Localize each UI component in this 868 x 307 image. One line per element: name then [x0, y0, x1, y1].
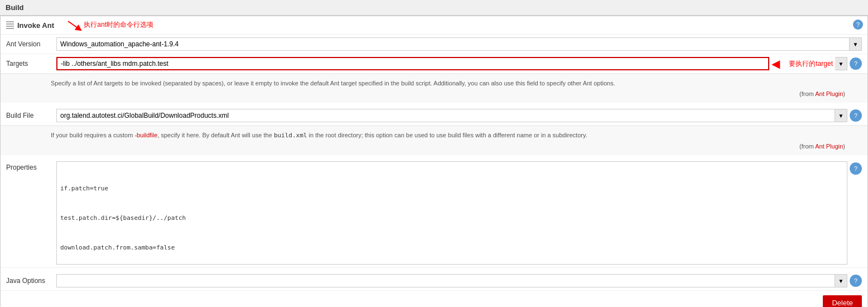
prop-line-1: if.patch=true [60, 184, 843, 194]
page-container: Build Invoke Ant 执行ant时的命令行选项 ? [0, 0, 868, 307]
targets-row: Targets ◀ 要执行的target ▼ ? [1, 54, 867, 74]
properties-row: Properties if.patch=true test.patch.dir=… [1, 159, 867, 268]
bottom-buttons: Delete [1, 291, 867, 307]
prop-line-3: download.patch.from.samba=false [60, 243, 843, 253]
java-options-input[interactable] [56, 274, 835, 287]
targets-arrow-icon: ◀ [771, 57, 780, 70]
build-file-input[interactable] [56, 109, 835, 122]
ant-version-dropdown[interactable]: ▼ [850, 37, 862, 51]
card-help-icon[interactable]: ? [853, 20, 863, 30]
targets-label: Targets [6, 60, 56, 68]
build-file-info-text1: If your build requires a custom [51, 132, 134, 138]
properties-field: if.patch=true test.patch.dir=${basedir}/… [56, 161, 847, 265]
targets-from-text: (from [799, 90, 815, 97]
ant-version-row: Ant Version ▼ [1, 35, 867, 54]
targets-ant-plugin-link[interactable]: Ant Plugin [815, 90, 843, 97]
targets-annotation-text: 要执行的target [789, 59, 833, 69]
targets-info-footer: (from Ant Plugin) [51, 88, 862, 99]
card-title: Invoke Ant [17, 21, 54, 30]
java-options-dropdown[interactable]: ▼ [835, 274, 847, 287]
ant-version-label: Ant Version [6, 40, 56, 48]
annotation-title: 执行ant时的命令行选项 [65, 20, 153, 31]
properties-help-btn[interactable]: ? [850, 162, 862, 175]
java-options-label: Java Options [6, 277, 56, 285]
arrow-icon [65, 20, 82, 31]
build-title: Build [6, 3, 24, 12]
ant-version-input[interactable] [56, 37, 850, 51]
build-file-label: Build File [6, 112, 56, 119]
java-options-row: Java Options ▼ ? [1, 271, 867, 291]
buildfile-link[interactable]: -buildfile [134, 132, 157, 138]
targets-field: ◀ 要执行的target ▼ ? [56, 57, 862, 70]
build-file-info-box: If your build requires a custom -buildfi… [1, 126, 867, 155]
targets-info-text: Specify a list of Ant targets to be invo… [51, 80, 615, 87]
build-file-from-text: (from [799, 143, 815, 150]
targets-input[interactable] [56, 57, 769, 70]
prop-line-2: test.patch.dir=${basedir}/../patch [60, 213, 843, 223]
build-file-field: ▼ ? [56, 109, 862, 122]
build-file-row: Build File ▼ ? [1, 106, 867, 126]
build-file-info-footer: (from Ant Plugin) [51, 141, 862, 151]
svg-line-0 [68, 21, 79, 29]
targets-help-btn[interactable]: ? [850, 57, 862, 70]
targets-from-suffix: ) [843, 90, 845, 97]
build-file-ant-plugin-link[interactable]: Ant Plugin [815, 143, 843, 150]
build-file-dropdown[interactable]: ▼ [835, 109, 847, 122]
targets-dropdown[interactable]: ▼ [835, 57, 847, 70]
build-file-from-suffix: ) [843, 143, 845, 150]
drag-handle[interactable] [6, 21, 14, 29]
build-file-help-btn[interactable]: ? [850, 109, 862, 122]
build-file-info-text2: , specify it here. By default Ant will u… [157, 132, 274, 138]
build-file-info-text3: in the root directory; this option can b… [307, 132, 587, 138]
delete-button[interactable]: Delete [823, 295, 862, 307]
build-card: Invoke Ant 执行ant时的命令行选项 ? Ant Version [0, 16, 868, 307]
targets-annotation-container: ◀ 要执行的target [56, 57, 833, 70]
card-title-row: Invoke Ant 执行ant时的命令行选项 ? [1, 16, 867, 35]
properties-textarea[interactable]: if.patch=true test.patch.dir=${basedir}/… [56, 161, 847, 265]
java-options-help-btn[interactable]: ? [850, 275, 862, 287]
java-options-field: ▼ ? [56, 274, 862, 287]
ant-version-field: ▼ [56, 37, 862, 51]
targets-info-box: Specify a list of Ant targets to be invo… [1, 74, 867, 103]
properties-label: Properties [6, 161, 56, 171]
build-file-code: build.xml [274, 132, 307, 139]
annotation-title-text: 执行ant时的命令行选项 [84, 21, 153, 28]
build-section-header: Build [0, 0, 868, 16]
